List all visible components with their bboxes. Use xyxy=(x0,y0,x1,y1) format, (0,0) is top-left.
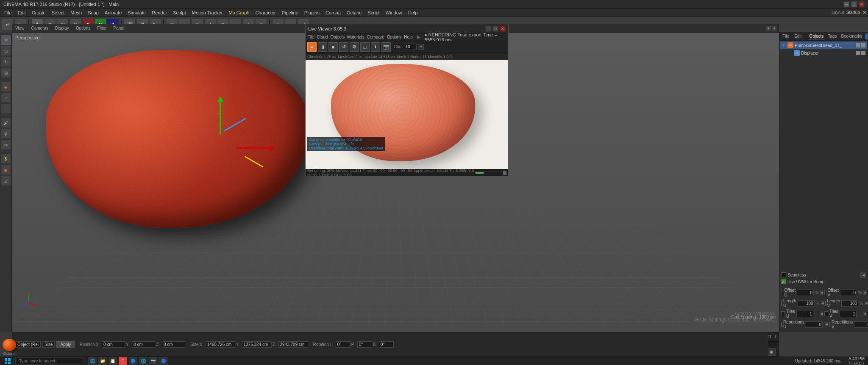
lv-menu-file[interactable]: File xyxy=(307,35,314,39)
length-v-checkbox[interactable] xyxy=(825,301,826,306)
sidebar-magnet-icon[interactable]: ⚲ xyxy=(1,129,11,139)
offset-v-input[interactable] xyxy=(840,290,857,296)
tiles-u-checkbox[interactable] xyxy=(781,311,785,316)
length-v-arrow[interactable]: ◀ xyxy=(865,301,868,305)
dis-vis-dot-1[interactable] xyxy=(856,51,860,55)
menu-octane[interactable]: Octane xyxy=(344,9,364,16)
dis-vis-dot-2[interactable] xyxy=(861,51,865,55)
chn-expand[interactable]: ▼ xyxy=(418,44,424,50)
coord-system-dropdown[interactable]: Object (Rel xyxy=(15,341,41,348)
vis-icon-1[interactable] xyxy=(865,33,868,39)
rep-u-input[interactable] xyxy=(806,321,823,328)
lv-camera-btn[interactable]: 📷 xyxy=(381,42,391,52)
lv-menu-compare[interactable]: Compare xyxy=(367,35,384,39)
lv-settings-btn[interactable]: ⚙ xyxy=(350,42,359,52)
lv-maximize[interactable]: □ xyxy=(492,26,498,32)
lv-menu-options[interactable]: Options xyxy=(387,35,401,39)
rot-b-input[interactable] xyxy=(379,341,394,348)
tab-tags[interactable]: Tags xyxy=(826,33,838,39)
menu-help[interactable]: Help xyxy=(406,9,420,16)
lv-menu-materials[interactable]: Materials xyxy=(347,35,364,39)
pos-x-input[interactable] xyxy=(102,341,125,348)
tree-item-displacer[interactable]: D Displacer xyxy=(780,49,867,57)
maximize-button[interactable]: □ xyxy=(851,1,857,7)
sidebar-paint-icon[interactable]: 🖌 xyxy=(1,118,11,128)
length-u-arrow[interactable]: ◀ xyxy=(821,301,824,305)
menu-motion-tracker[interactable]: Motion Tracker xyxy=(189,9,225,16)
menu-animate[interactable]: Animate xyxy=(102,9,124,16)
menu-mograph[interactable]: Mo Graph xyxy=(226,9,252,16)
lv-menu-objects[interactable]: Objects xyxy=(330,35,345,39)
sidebar-dollar-icon[interactable]: $ xyxy=(1,154,11,164)
tree-item-pumpkin[interactable]: ▼ P PumpkinSeedBread_01_ xyxy=(780,41,867,49)
taskbar-icon-2[interactable]: 📁 xyxy=(98,357,107,365)
layout-close[interactable]: ✕ xyxy=(862,10,866,15)
size-x-input[interactable] xyxy=(206,341,235,348)
sidebar-rotate-icon[interactable]: ↻ xyxy=(1,57,11,67)
tiles-u-arrow[interactable]: ◀ xyxy=(820,312,823,316)
menu-snap[interactable]: Snap xyxy=(85,9,101,16)
sidebar-move-icon[interactable]: ✥ xyxy=(1,35,11,45)
tiles-v-arrow[interactable]: ◀ xyxy=(863,312,866,316)
key-morph-btn[interactable]: ▣ xyxy=(767,348,776,356)
lv-restart-btn[interactable]: ↺ xyxy=(339,42,348,52)
lv-render-btn[interactable]: ● xyxy=(307,42,317,52)
view-tab-filter[interactable]: Filter xyxy=(95,25,108,31)
windows-logo[interactable] xyxy=(3,357,12,365)
live-viewer-canvas[interactable]: Out of core used/max:0Gb/4Gb Grey16: 0/0… xyxy=(306,60,508,169)
taskbar-icon-3[interactable]: 📋 xyxy=(108,357,117,365)
offset-u-input[interactable] xyxy=(797,290,814,296)
taskbar-icon-7[interactable]: 📷 xyxy=(149,357,158,365)
sidebar-deform-icon[interactable]: ⊿ xyxy=(1,176,11,186)
length-u-checkbox[interactable] xyxy=(781,301,782,306)
taskbar-icon-8[interactable]: 🔵 xyxy=(159,357,168,365)
tab-bookmarks[interactable]: Bookmarks xyxy=(840,33,863,39)
lv-pause-btn[interactable]: ⏸ xyxy=(318,42,327,52)
size-z-input[interactable] xyxy=(278,341,308,348)
view-btn-2[interactable]: ▲ xyxy=(772,26,777,31)
menu-pipeline[interactable]: Pipeline xyxy=(279,9,301,16)
uvw-checkbox[interactable]: ✓ xyxy=(781,279,786,284)
vis-dot-1[interactable] xyxy=(856,43,860,47)
lv-menu-help[interactable]: Help xyxy=(404,35,413,39)
menu-character[interactable]: Character xyxy=(253,9,278,16)
taskbar-c4d-icon[interactable]: C xyxy=(119,357,127,365)
sidebar-poly-icon[interactable]: ◈ xyxy=(1,82,11,92)
sidebar-cinema-icon[interactable]: ◉ xyxy=(1,165,11,175)
rep-v-checkbox[interactable] xyxy=(829,322,830,327)
sidebar-select-icon[interactable]: ◻ xyxy=(1,46,11,56)
rep-u-checkbox[interactable] xyxy=(781,322,782,327)
panel-tab-edit[interactable]: Edit xyxy=(793,33,803,39)
minimize-button[interactable]: ─ xyxy=(843,1,849,7)
tab-objects[interactable]: Objects xyxy=(808,33,825,39)
sidebar-edge-icon[interactable]: ⟋ xyxy=(1,93,11,103)
lv-stop-btn[interactable]: ■ xyxy=(328,42,338,52)
pos-z-input[interactable] xyxy=(162,341,185,348)
view-btn-1[interactable]: ◈ xyxy=(766,26,771,31)
tiles-u-input[interactable] xyxy=(796,311,813,317)
lv-region-btn[interactable]: □ xyxy=(360,42,370,52)
view-tab-options[interactable]: Options xyxy=(74,25,92,31)
apply-button[interactable]: Apply xyxy=(56,341,75,348)
menu-simulate[interactable]: Simulate xyxy=(125,9,148,16)
menu-sculpt[interactable]: Sculpt xyxy=(170,9,189,16)
panel-tab-file[interactable]: File xyxy=(781,33,790,39)
view-tab-cameras[interactable]: Cameras xyxy=(30,25,50,31)
menu-window[interactable]: Window xyxy=(383,9,405,16)
sidebar-knife-icon[interactable]: ✂ xyxy=(1,140,11,150)
menu-plugins[interactable]: Plugins xyxy=(302,9,322,16)
offset-u-arrow[interactable]: ◀ xyxy=(820,290,823,295)
rot-p-input[interactable] xyxy=(357,341,372,348)
lv-info-btn[interactable]: ℹ xyxy=(371,42,380,52)
length-u-input[interactable] xyxy=(798,300,815,307)
rot-h-input[interactable] xyxy=(336,341,351,348)
taskbar-icon-5[interactable]: 🔵 xyxy=(129,357,137,365)
menu-corona[interactable]: Corona xyxy=(323,9,343,16)
offset-v-checkbox[interactable] xyxy=(824,290,826,295)
lv-progress-btn[interactable] xyxy=(503,171,506,175)
offset-v-arrow[interactable]: ◀ xyxy=(863,290,866,295)
sidebar-scale-icon[interactable]: ⊞ xyxy=(1,68,11,78)
menu-file[interactable]: File xyxy=(2,9,14,16)
menu-edit[interactable]: Edit xyxy=(15,9,28,16)
view-tab-view[interactable]: View xyxy=(14,25,26,31)
